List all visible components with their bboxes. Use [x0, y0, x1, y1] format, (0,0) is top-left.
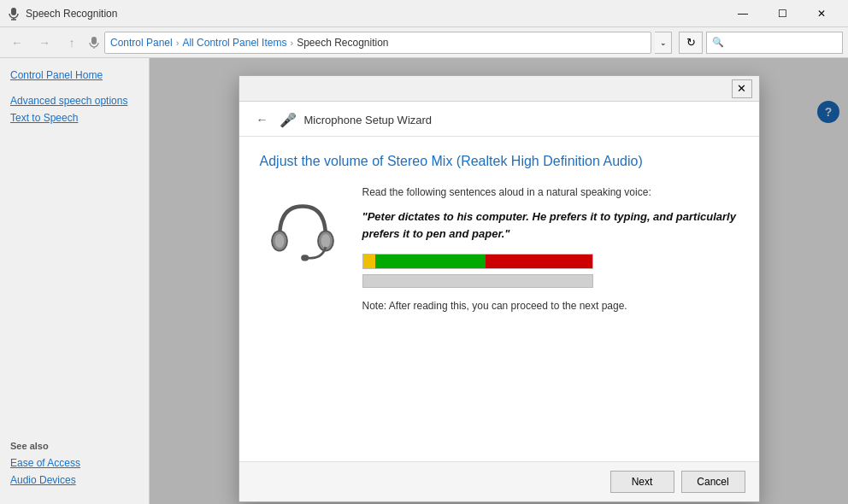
indicator-bar	[362, 274, 593, 288]
dialog-back-button[interactable]: ←	[253, 110, 272, 129]
breadcrumb-speech-recognition: Speech Recognition	[297, 37, 388, 49]
dialog-overlay: ✕ ← 🎤 Microphone Setup Wizard Adjust the…	[150, 58, 848, 504]
headset-image	[264, 195, 341, 272]
vol-yellow-segment	[363, 255, 376, 268]
content-area: ? ✕ ← 🎤 Microphone Setup Wizard Adjust t…	[150, 58, 848, 504]
volume-bar	[362, 254, 593, 269]
note-text: Note: After reading this, you can procee…	[362, 300, 739, 312]
dialog-content-row: Read the following sentences aloud in a …	[260, 186, 739, 312]
svg-rect-9	[301, 255, 309, 261]
breadcrumb-control-panel[interactable]: Control Panel	[110, 37, 173, 49]
next-button[interactable]: Next	[610, 471, 674, 493]
sidebar-ease-of-access[interactable]: Ease of Access	[10, 454, 138, 472]
headset-area	[260, 186, 345, 312]
window-controls: — ☐ ✕	[723, 0, 841, 27]
up-button[interactable]: ↑	[60, 31, 84, 55]
maximize-button[interactable]: ☐	[763, 0, 802, 27]
sidebar-home-link[interactable]: Control Panel Home	[0, 67, 149, 84]
dialog-close-button[interactable]: ✕	[732, 79, 752, 98]
svg-point-6	[274, 234, 284, 248]
svg-point-8	[321, 234, 330, 248]
sidebar-see-also: See also Ease of Access Audio Devices	[0, 434, 149, 495]
dialog-main-title: Adjust the volume of Stereo Mix (Realtek…	[260, 154, 739, 169]
breadcrumb-bar: Control Panel › All Control Panel Items …	[104, 32, 651, 54]
dialog-titlebar: ✕	[239, 76, 759, 102]
instructions-area: Read the following sentences aloud in a …	[362, 186, 739, 312]
sidebar-advanced-speech[interactable]: Advanced speech options	[0, 92, 149, 109]
title-bar: Speech Recognition — ☐ ✕	[0, 0, 848, 27]
minimize-button[interactable]: —	[723, 0, 763, 27]
app-icon	[7, 7, 21, 21]
microphone-setup-dialog: ✕ ← 🎤 Microphone Setup Wizard Adjust the…	[238, 75, 760, 502]
sidebar: Control Panel Home Advanced speech optio…	[0, 58, 150, 504]
dialog-body: Adjust the volume of Stereo Mix (Realtek…	[239, 137, 759, 461]
nav-mic-icon	[87, 36, 101, 50]
window-title: Speech Recognition	[26, 8, 723, 20]
see-also-title: See also	[10, 441, 138, 451]
svg-rect-0	[11, 8, 16, 15]
dialog-footer: Next Cancel	[239, 461, 759, 501]
sidebar-audio-devices[interactable]: Audio Devices	[10, 472, 138, 489]
vol-green-segment	[375, 255, 486, 268]
back-button[interactable]: ←	[5, 31, 29, 55]
svg-rect-3	[91, 37, 97, 44]
quote-text: "Peter dictates to his computer. He pref…	[362, 208, 739, 242]
sidebar-text-to-speech[interactable]: Text to Speech	[0, 109, 149, 126]
instructions-text: Read the following sentences aloud in a …	[362, 186, 739, 198]
dialog-header-title: Microphone Setup Wizard	[304, 114, 433, 126]
forward-button[interactable]: →	[32, 31, 56, 55]
cancel-button[interactable]: Cancel	[681, 471, 745, 493]
dialog-header: ← 🎤 Microphone Setup Wizard	[239, 102, 759, 137]
microphone-icon: 🎤	[279, 110, 297, 129]
volume-bar-container	[362, 254, 739, 288]
refresh-button[interactable]: ↻	[679, 32, 703, 54]
main-layout: Control Panel Home Advanced speech optio…	[0, 58, 848, 504]
breadcrumb-all-items[interactable]: All Control Panel Items	[182, 37, 286, 49]
search-bar[interactable]: 🔍	[706, 32, 843, 54]
address-bar: ← → ↑ Control Panel › All Control Panel …	[0, 27, 848, 58]
vol-red-segment	[486, 255, 592, 268]
address-dropdown[interactable]: ⌄	[655, 32, 672, 54]
window-close-button[interactable]: ✕	[802, 0, 841, 27]
